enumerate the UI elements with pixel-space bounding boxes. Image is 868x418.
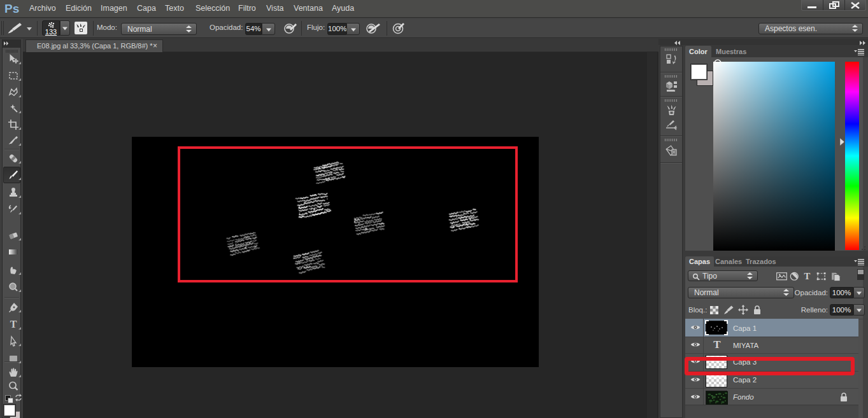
svg-text:T: T — [804, 271, 811, 281]
svg-text:T: T — [10, 319, 17, 330]
